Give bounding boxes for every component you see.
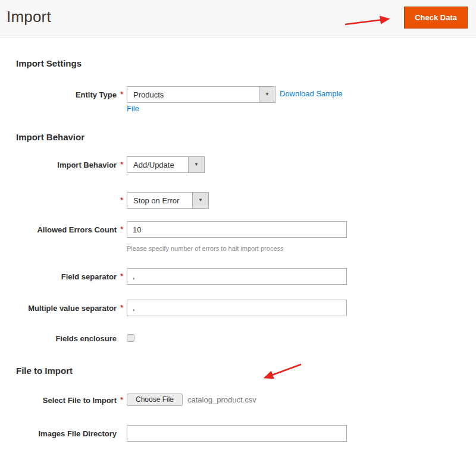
import-behavior-row: Import Behavior * Add/Update ▼ bbox=[0, 156, 476, 173]
required-asterisk: * bbox=[117, 300, 127, 312]
required-asterisk: * bbox=[117, 268, 127, 281]
import-behavior-selected-value: Add/Update bbox=[127, 157, 188, 172]
on-error-selected-value: Stop on Error bbox=[127, 193, 192, 208]
allowed-errors-row: Allowed Errors Count * Please specify nu… bbox=[0, 221, 476, 253]
allowed-errors-label: Allowed Errors Count bbox=[0, 221, 117, 234]
select-file-row: Select File to Import * Choose File cata… bbox=[0, 392, 476, 406]
multiple-value-separator-row: Multiple value separator * bbox=[0, 300, 476, 316]
fields-enclosure-checkbox[interactable] bbox=[127, 334, 134, 342]
page-header: Import Check Data bbox=[0, 0, 476, 37]
on-error-label bbox=[0, 192, 117, 196]
check-data-button[interactable]: Check Data bbox=[404, 7, 468, 29]
choose-file-button[interactable]: Choose File bbox=[127, 394, 183, 406]
section-import-settings: Import Settings bbox=[16, 58, 476, 68]
spacer bbox=[117, 330, 127, 334]
images-directory-label: Images File Directory bbox=[0, 425, 117, 438]
import-behavior-label: Import Behavior bbox=[0, 156, 117, 169]
multiple-value-separator-input[interactable] bbox=[127, 300, 347, 316]
chevron-down-icon[interactable]: ▼ bbox=[259, 87, 275, 102]
fields-enclosure-label: Fields enclosure bbox=[0, 330, 117, 343]
allowed-errors-note: Please specify number of errors to halt … bbox=[127, 244, 347, 253]
entity-type-select[interactable]: Products ▼ bbox=[127, 86, 275, 103]
annotation-arrow-check-data bbox=[343, 14, 397, 27]
import-page: Import Check Data Import Settings Entity… bbox=[0, 0, 476, 450]
chevron-down-icon[interactable]: ▼ bbox=[188, 157, 204, 172]
import-form: Import Settings Entity Type * Products ▼… bbox=[0, 58, 476, 450]
required-asterisk: * bbox=[117, 86, 127, 99]
section-file-to-import: File to Import bbox=[16, 366, 476, 376]
spacer bbox=[117, 425, 127, 429]
selected-file-name: catalog_product.csv bbox=[187, 395, 256, 404]
required-asterisk: * bbox=[117, 156, 127, 169]
required-asterisk: * bbox=[117, 392, 127, 404]
required-asterisk: * bbox=[117, 192, 127, 204]
on-error-select[interactable]: Stop on Error ▼ bbox=[127, 192, 209, 209]
entity-type-label: Entity Type bbox=[0, 86, 117, 99]
entity-type-row: Entity Type * Products ▼ Download Sample… bbox=[0, 86, 476, 114]
page-title: Import bbox=[7, 8, 51, 26]
field-separator-input[interactable] bbox=[127, 268, 347, 285]
required-asterisk: * bbox=[117, 221, 127, 234]
allowed-errors-input[interactable] bbox=[127, 221, 347, 238]
import-behavior-select[interactable]: Add/Update ▼ bbox=[127, 156, 205, 173]
field-separator-label: Field separator bbox=[0, 268, 117, 281]
entity-type-selected-value: Products bbox=[127, 87, 259, 102]
fields-enclosure-row: Fields enclosure bbox=[0, 330, 476, 344]
multiple-value-separator-label: Multiple value separator bbox=[0, 300, 117, 313]
field-separator-row: Field separator * bbox=[0, 268, 476, 285]
chevron-down-icon[interactable]: ▼ bbox=[192, 193, 208, 208]
section-import-behavior: Import Behavior bbox=[16, 132, 476, 142]
select-file-label: Select File to Import bbox=[0, 392, 117, 405]
images-directory-row: Images File Directory For Type "Local Se… bbox=[0, 425, 476, 450]
images-directory-input[interactable] bbox=[127, 425, 347, 442]
on-error-row: * Stop on Error ▼ bbox=[0, 192, 476, 209]
